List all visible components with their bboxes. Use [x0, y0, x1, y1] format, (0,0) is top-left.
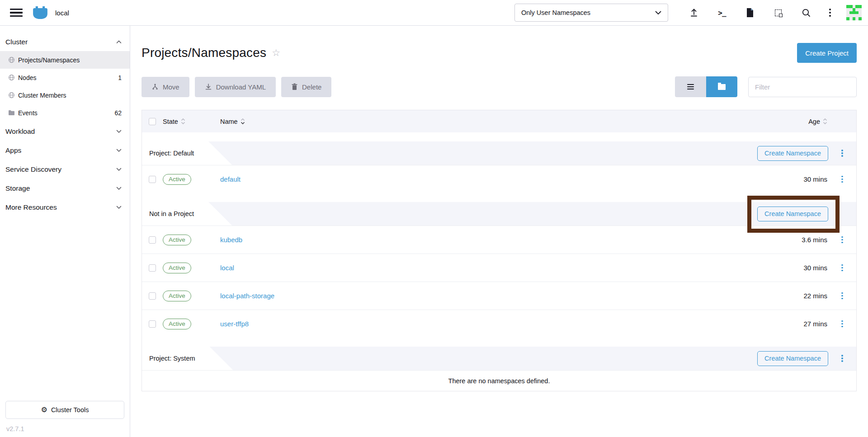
rancher-logo-icon[interactable] — [32, 6, 49, 19]
create-namespace-button[interactable]: Create Namespace — [757, 207, 828, 221]
project-group-actions: Create Namespace — [757, 146, 856, 161]
chevron-down-icon — [116, 130, 122, 133]
sidebar-section-workload: Workload — [0, 122, 130, 141]
project-kebab-menu-icon[interactable] — [839, 352, 846, 365]
avatar-pixel — [846, 8, 849, 11]
sort-icon[interactable] — [823, 118, 827, 124]
namespace-link[interactable]: default — [220, 175, 241, 183]
select-all-checkbox[interactable] — [149, 118, 156, 125]
row-checkbox[interactable] — [149, 264, 156, 272]
sidebar-item-label: Projects/Namespaces — [18, 56, 80, 64]
import-yaml-icon[interactable] — [680, 4, 708, 22]
project-group-label: Project: System — [149, 355, 195, 362]
main-content: Projects/Namespaces ☆ Create Project Mov… — [130, 26, 868, 437]
project-group-project-default: Project: Default Create Namespace Active… — [142, 141, 856, 193]
row-kebab-menu-icon[interactable] — [839, 262, 846, 274]
sidebar-section-toggle-apps[interactable]: Apps — [0, 141, 130, 160]
sidebar-item-projects-namespaces[interactable]: Projects/Namespaces — [0, 51, 130, 69]
avatar-pixel — [853, 11, 856, 14]
sidebar-item-label: Events — [18, 109, 38, 117]
project-group-header: Not in a Project Create Namespace — [142, 202, 856, 226]
docs-file-icon[interactable] — [736, 4, 764, 22]
layout: ClusterProjects/NamespacesNodes1Cluster … — [0, 26, 868, 437]
avatar-pixel — [853, 14, 856, 17]
download-yaml-button[interactable]: Download YAML — [195, 77, 276, 97]
project-group-not-in-a-project: Not in a Project Create Namespace Active… — [142, 202, 856, 338]
delete-button[interactable]: Delete — [281, 77, 331, 97]
page-head: Projects/Namespaces ☆ Create Project — [142, 43, 857, 63]
namespaces-table: State Name Age — [142, 110, 857, 391]
move-button[interactable]: Move — [142, 77, 189, 97]
namespace-link[interactable]: user-tffp8 — [220, 320, 249, 328]
avatar-pixel — [859, 8, 862, 11]
chevron-down-icon — [655, 11, 661, 15]
flat-list-view-button[interactable] — [675, 76, 706, 97]
row-kebab-menu-icon[interactable] — [839, 173, 846, 186]
sort-icon[interactable] — [181, 118, 185, 124]
sidebar-section-toggle-storage[interactable]: Storage — [0, 179, 130, 197]
row-kebab-menu-icon[interactable] — [839, 318, 846, 330]
status-badge: Active — [163, 319, 191, 329]
sidebar-item-events[interactable]: Events62 — [0, 104, 130, 122]
project-group-tab: Project: Default — [142, 141, 232, 165]
sidebar-section-toggle-more-resources[interactable]: More Resources — [0, 198, 130, 216]
avatar-pixel — [849, 11, 853, 14]
namespace-link[interactable]: kubedb — [220, 236, 242, 244]
create-namespace-button[interactable]: Create Namespace — [757, 146, 828, 161]
namespace-filter-select[interactable]: Only User Namespaces — [514, 4, 668, 22]
age-value: 30 mins — [803, 264, 827, 272]
sidebar-item-label: Cluster Members — [18, 92, 66, 99]
create-namespace-button[interactable]: Create Namespace — [757, 351, 828, 366]
kubectl-shell-icon[interactable]: >_ — [708, 4, 736, 22]
sidebar-item-nodes[interactable]: Nodes1 — [0, 69, 130, 86]
avatar-pixel — [859, 11, 862, 14]
namespace-link[interactable]: local-path-storage — [220, 292, 274, 300]
sidebar-item-cluster-members[interactable]: Cluster Members — [0, 86, 130, 104]
folder-icon — [8, 110, 15, 116]
cluster-tools-button[interactable]: ⚙ Cluster Tools — [5, 401, 124, 419]
state-column-header[interactable]: State — [163, 118, 178, 125]
sort-icon-active[interactable] — [241, 118, 245, 124]
row-kebab-menu-icon[interactable] — [839, 290, 846, 302]
avatar-pixel — [849, 14, 853, 17]
namespace-row-user-tffp8: Active user-tffp8 27 mins — [142, 310, 856, 338]
trash-icon — [291, 83, 298, 90]
user-avatar[interactable] — [846, 5, 862, 20]
row-kebab-menu-icon[interactable] — [839, 234, 846, 246]
resource-import-icon[interactable] — [764, 4, 792, 22]
row-checkbox[interactable] — [149, 176, 156, 183]
gear-icon: ⚙ — [41, 406, 47, 414]
group-by-project-view-button[interactable] — [706, 76, 737, 97]
namespace-link[interactable]: local — [220, 264, 234, 272]
avatar-pixel — [846, 17, 849, 20]
sidebar-section-service-discovery: Service Discovery — [0, 160, 130, 179]
namespace-row-kubedb: Active kubedb 3.6 mins — [142, 226, 856, 254]
chevron-down-icon — [116, 206, 122, 209]
row-checkbox[interactable] — [149, 320, 156, 328]
filter-input[interactable] — [748, 77, 857, 97]
sidebar-section-toggle-cluster[interactable]: Cluster — [0, 33, 130, 51]
row-checkbox[interactable] — [149, 292, 156, 300]
hamburger-menu-icon[interactable] — [10, 8, 23, 18]
name-column-header[interactable]: Name — [220, 118, 238, 125]
empty-group-message: There are no namespaces defined. — [142, 370, 856, 391]
namespace-row-local-path-storage: Active local-path-storage 22 mins — [142, 282, 856, 310]
avatar-pixel — [855, 17, 859, 20]
sidebar-section-toggle-service-discovery[interactable]: Service Discovery — [0, 160, 130, 179]
age-column-header[interactable]: Age — [808, 118, 820, 125]
sidebar-section-label: More Resources — [5, 203, 57, 211]
search-icon[interactable] — [792, 4, 820, 22]
favorite-star-icon[interactable]: ☆ — [272, 47, 280, 58]
project-kebab-menu-icon[interactable] — [839, 147, 846, 160]
chevron-down-icon — [116, 149, 122, 152]
create-project-button[interactable]: Create Project — [797, 43, 857, 63]
sidebar-section-toggle-workload[interactable]: Workload — [0, 122, 130, 141]
project-group-actions: Create Namespace — [757, 207, 856, 221]
table-groups: Project: Default Create Namespace Active… — [142, 141, 856, 391]
user-menu-kebab-icon[interactable] — [820, 4, 840, 22]
topbar-actions: Only User Namespaces >_ — [514, 4, 862, 22]
chevron-down-icon — [116, 187, 122, 190]
avatar-pixel — [859, 17, 862, 20]
table-header-row: State Name Age — [142, 110, 856, 132]
row-checkbox[interactable] — [149, 236, 156, 244]
